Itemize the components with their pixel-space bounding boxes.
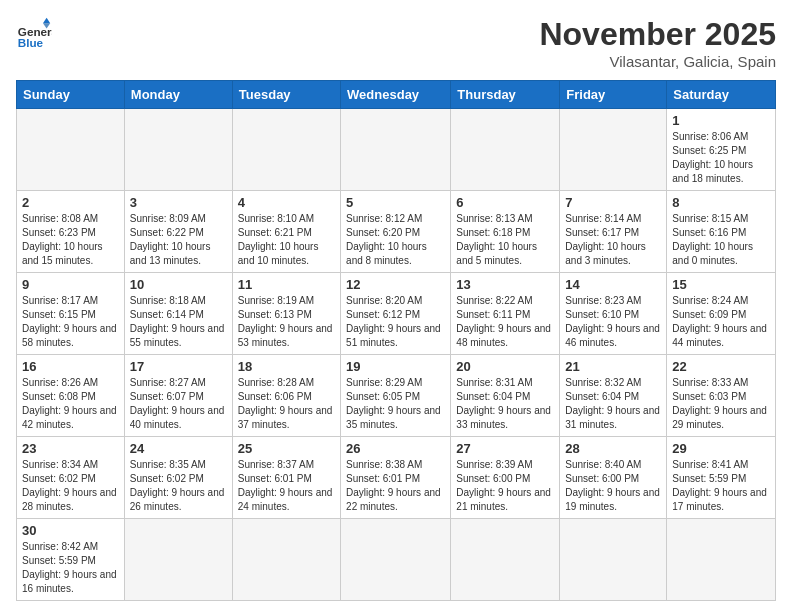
day-info: Sunrise: 8:23 AM Sunset: 6:10 PM Dayligh… <box>565 294 661 350</box>
location-title: Vilasantar, Galicia, Spain <box>539 53 776 70</box>
day-info: Sunrise: 8:40 AM Sunset: 6:00 PM Dayligh… <box>565 458 661 514</box>
calendar-week-row: 23Sunrise: 8:34 AM Sunset: 6:02 PM Dayli… <box>17 437 776 519</box>
calendar-cell <box>124 109 232 191</box>
svg-text:Blue: Blue <box>18 36 44 49</box>
calendar-cell: 23Sunrise: 8:34 AM Sunset: 6:02 PM Dayli… <box>17 437 125 519</box>
day-info: Sunrise: 8:13 AM Sunset: 6:18 PM Dayligh… <box>456 212 554 268</box>
day-info: Sunrise: 8:26 AM Sunset: 6:08 PM Dayligh… <box>22 376 119 432</box>
day-info: Sunrise: 8:20 AM Sunset: 6:12 PM Dayligh… <box>346 294 445 350</box>
calendar-cell: 6Sunrise: 8:13 AM Sunset: 6:18 PM Daylig… <box>451 191 560 273</box>
calendar-cell <box>17 109 125 191</box>
day-info: Sunrise: 8:22 AM Sunset: 6:11 PM Dayligh… <box>456 294 554 350</box>
day-number: 22 <box>672 359 770 374</box>
day-info: Sunrise: 8:12 AM Sunset: 6:20 PM Dayligh… <box>346 212 445 268</box>
calendar-cell: 22Sunrise: 8:33 AM Sunset: 6:03 PM Dayli… <box>667 355 776 437</box>
weekday-header-wednesday: Wednesday <box>341 81 451 109</box>
calendar-cell: 3Sunrise: 8:09 AM Sunset: 6:22 PM Daylig… <box>124 191 232 273</box>
calendar-cell: 13Sunrise: 8:22 AM Sunset: 6:11 PM Dayli… <box>451 273 560 355</box>
calendar-week-row: 9Sunrise: 8:17 AM Sunset: 6:15 PM Daylig… <box>17 273 776 355</box>
month-title: November 2025 <box>539 16 776 53</box>
calendar-cell <box>451 109 560 191</box>
calendar-cell: 16Sunrise: 8:26 AM Sunset: 6:08 PM Dayli… <box>17 355 125 437</box>
day-info: Sunrise: 8:27 AM Sunset: 6:07 PM Dayligh… <box>130 376 227 432</box>
day-number: 30 <box>22 523 119 538</box>
day-number: 16 <box>22 359 119 374</box>
calendar-table: SundayMondayTuesdayWednesdayThursdayFrid… <box>16 80 776 601</box>
day-info: Sunrise: 8:28 AM Sunset: 6:06 PM Dayligh… <box>238 376 335 432</box>
day-number: 3 <box>130 195 227 210</box>
weekday-header-monday: Monday <box>124 81 232 109</box>
weekday-header-sunday: Sunday <box>17 81 125 109</box>
day-number: 23 <box>22 441 119 456</box>
day-info: Sunrise: 8:24 AM Sunset: 6:09 PM Dayligh… <box>672 294 770 350</box>
day-number: 9 <box>22 277 119 292</box>
calendar-week-row: 30Sunrise: 8:42 AM Sunset: 5:59 PM Dayli… <box>17 519 776 601</box>
calendar-cell <box>667 519 776 601</box>
day-number: 1 <box>672 113 770 128</box>
day-number: 14 <box>565 277 661 292</box>
weekday-header-tuesday: Tuesday <box>232 81 340 109</box>
day-info: Sunrise: 8:09 AM Sunset: 6:22 PM Dayligh… <box>130 212 227 268</box>
day-info: Sunrise: 8:15 AM Sunset: 6:16 PM Dayligh… <box>672 212 770 268</box>
day-number: 29 <box>672 441 770 456</box>
day-info: Sunrise: 8:38 AM Sunset: 6:01 PM Dayligh… <box>346 458 445 514</box>
day-info: Sunrise: 8:39 AM Sunset: 6:00 PM Dayligh… <box>456 458 554 514</box>
day-number: 15 <box>672 277 770 292</box>
day-number: 17 <box>130 359 227 374</box>
day-number: 24 <box>130 441 227 456</box>
day-number: 11 <box>238 277 335 292</box>
calendar-cell <box>124 519 232 601</box>
calendar-cell: 25Sunrise: 8:37 AM Sunset: 6:01 PM Dayli… <box>232 437 340 519</box>
page-header: General Blue November 2025 Vilasantar, G… <box>16 16 776 70</box>
calendar-cell <box>451 519 560 601</box>
day-number: 8 <box>672 195 770 210</box>
calendar-cell: 27Sunrise: 8:39 AM Sunset: 6:00 PM Dayli… <box>451 437 560 519</box>
day-number: 10 <box>130 277 227 292</box>
calendar-cell: 7Sunrise: 8:14 AM Sunset: 6:17 PM Daylig… <box>560 191 667 273</box>
calendar-cell <box>341 519 451 601</box>
svg-marker-2 <box>43 18 50 23</box>
day-info: Sunrise: 8:32 AM Sunset: 6:04 PM Dayligh… <box>565 376 661 432</box>
calendar-cell: 17Sunrise: 8:27 AM Sunset: 6:07 PM Dayli… <box>124 355 232 437</box>
calendar-cell: 2Sunrise: 8:08 AM Sunset: 6:23 PM Daylig… <box>17 191 125 273</box>
calendar-cell: 29Sunrise: 8:41 AM Sunset: 5:59 PM Dayli… <box>667 437 776 519</box>
day-number: 13 <box>456 277 554 292</box>
day-info: Sunrise: 8:17 AM Sunset: 6:15 PM Dayligh… <box>22 294 119 350</box>
logo: General Blue <box>16 16 52 52</box>
calendar-week-row: 16Sunrise: 8:26 AM Sunset: 6:08 PM Dayli… <box>17 355 776 437</box>
calendar-cell: 8Sunrise: 8:15 AM Sunset: 6:16 PM Daylig… <box>667 191 776 273</box>
day-number: 5 <box>346 195 445 210</box>
day-number: 27 <box>456 441 554 456</box>
day-info: Sunrise: 8:31 AM Sunset: 6:04 PM Dayligh… <box>456 376 554 432</box>
weekday-header-friday: Friday <box>560 81 667 109</box>
day-number: 12 <box>346 277 445 292</box>
day-number: 7 <box>565 195 661 210</box>
day-number: 6 <box>456 195 554 210</box>
day-info: Sunrise: 8:42 AM Sunset: 5:59 PM Dayligh… <box>22 540 119 596</box>
day-number: 25 <box>238 441 335 456</box>
calendar-cell: 14Sunrise: 8:23 AM Sunset: 6:10 PM Dayli… <box>560 273 667 355</box>
day-number: 4 <box>238 195 335 210</box>
weekday-header-row: SundayMondayTuesdayWednesdayThursdayFrid… <box>17 81 776 109</box>
day-info: Sunrise: 8:37 AM Sunset: 6:01 PM Dayligh… <box>238 458 335 514</box>
day-number: 20 <box>456 359 554 374</box>
calendar-cell: 24Sunrise: 8:35 AM Sunset: 6:02 PM Dayli… <box>124 437 232 519</box>
day-info: Sunrise: 8:35 AM Sunset: 6:02 PM Dayligh… <box>130 458 227 514</box>
day-number: 18 <box>238 359 335 374</box>
calendar-cell: 10Sunrise: 8:18 AM Sunset: 6:14 PM Dayli… <box>124 273 232 355</box>
calendar-cell <box>232 519 340 601</box>
day-info: Sunrise: 8:29 AM Sunset: 6:05 PM Dayligh… <box>346 376 445 432</box>
calendar-cell <box>560 519 667 601</box>
title-block: November 2025 Vilasantar, Galicia, Spain <box>539 16 776 70</box>
day-number: 2 <box>22 195 119 210</box>
calendar-cell: 1Sunrise: 8:06 AM Sunset: 6:25 PM Daylig… <box>667 109 776 191</box>
day-info: Sunrise: 8:19 AM Sunset: 6:13 PM Dayligh… <box>238 294 335 350</box>
day-info: Sunrise: 8:34 AM Sunset: 6:02 PM Dayligh… <box>22 458 119 514</box>
calendar-cell: 4Sunrise: 8:10 AM Sunset: 6:21 PM Daylig… <box>232 191 340 273</box>
weekday-header-thursday: Thursday <box>451 81 560 109</box>
calendar-cell: 28Sunrise: 8:40 AM Sunset: 6:00 PM Dayli… <box>560 437 667 519</box>
calendar-cell <box>232 109 340 191</box>
calendar-cell: 30Sunrise: 8:42 AM Sunset: 5:59 PM Dayli… <box>17 519 125 601</box>
weekday-header-saturday: Saturday <box>667 81 776 109</box>
day-info: Sunrise: 8:18 AM Sunset: 6:14 PM Dayligh… <box>130 294 227 350</box>
